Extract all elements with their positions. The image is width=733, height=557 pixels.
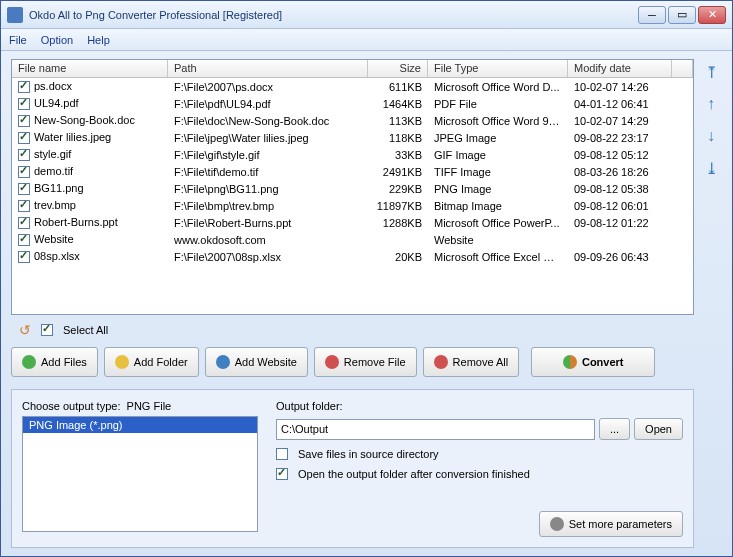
list-item[interactable]: PNG Image (*.png) [23, 417, 257, 433]
cell-filename: Water lilies.jpeg [34, 131, 111, 143]
row-checkbox[interactable] [18, 234, 30, 246]
maximize-button[interactable]: ▭ [668, 6, 696, 24]
cell-filename: trev.bmp [34, 199, 76, 211]
cell-size: 33KB [368, 148, 428, 162]
remove-all-button[interactable]: Remove All [423, 347, 520, 377]
table-row[interactable]: BG11.pngF:\File\png\BG11.png229KBPNG Ima… [12, 180, 693, 197]
cell-filename: 08sp.xlsx [34, 250, 80, 262]
table-row[interactable]: Websitewww.okdosoft.comWebsite [12, 231, 693, 248]
cell-type: Website [428, 233, 568, 247]
table-row[interactable]: New-Song-Book.docF:\File\doc\New-Song-Bo… [12, 112, 693, 129]
output-panel: Choose output type: PNG File PNG Image (… [11, 389, 694, 548]
cell-path: F:\File\pdf\UL94.pdf [168, 97, 368, 111]
row-checkbox[interactable] [18, 115, 30, 127]
cell-filename: New-Song-Book.doc [34, 114, 135, 126]
app-icon [7, 7, 23, 23]
cell-type: JPEG Image [428, 131, 568, 145]
move-left-icon[interactable]: ↺ [15, 321, 35, 339]
app-window: Okdo All to Png Converter Professional [… [0, 0, 733, 557]
cell-filename: BG11.png [34, 182, 84, 194]
close-button[interactable]: ✕ [698, 6, 726, 24]
cell-filename: Robert-Burns.ppt [34, 216, 118, 228]
col-filename[interactable]: File name [12, 60, 168, 77]
plus-icon [22, 355, 36, 369]
reorder-controls: ⤒ ↑ ↓ ⤓ [700, 59, 722, 548]
globe-icon [216, 355, 230, 369]
row-checkbox[interactable] [18, 149, 30, 161]
cell-date: 09-08-12 06:01 [568, 199, 672, 213]
more-parameters-button[interactable]: Set more parameters [539, 511, 683, 537]
convert-button[interactable]: Convert [531, 347, 655, 377]
table-row[interactable]: trev.bmpF:\File\bmp\trev.bmp11897KBBitma… [12, 197, 693, 214]
add-files-button[interactable]: Add Files [11, 347, 98, 377]
table-row[interactable]: 08sp.xlsxF:\File\2007\08sp.xlsx20KBMicro… [12, 248, 693, 265]
cell-type: TIFF Image [428, 165, 568, 179]
cell-date [568, 239, 672, 241]
cell-date: 09-08-12 01:22 [568, 216, 672, 230]
grid-header: File name Path Size File Type Modify dat… [12, 60, 693, 78]
cell-type: GIF Image [428, 148, 568, 162]
cell-path: F:\File\2007\ps.docx [168, 80, 368, 94]
menu-option[interactable]: Option [41, 34, 73, 46]
row-checkbox[interactable] [18, 132, 30, 144]
move-up-icon[interactable]: ↑ [702, 95, 720, 113]
cell-path: F:\File\doc\New-Song-Book.doc [168, 114, 368, 128]
col-modifydate[interactable]: Modify date [568, 60, 672, 77]
col-size[interactable]: Size [368, 60, 428, 77]
table-row[interactable]: style.gifF:\File\gif\style.gif33KBGIF Im… [12, 146, 693, 163]
menubar: File Option Help [1, 29, 732, 51]
cell-date: 09-09-26 06:43 [568, 250, 672, 264]
cell-size [368, 239, 428, 241]
row-checkbox[interactable] [18, 183, 30, 195]
file-grid: File name Path Size File Type Modify dat… [11, 59, 694, 315]
col-path[interactable]: Path [168, 60, 368, 77]
move-bottom-icon[interactable]: ⤓ [702, 159, 720, 177]
titlebar: Okdo All to Png Converter Professional [… [1, 1, 732, 29]
table-row[interactable]: demo.tifF:\File\tif\demo.tif2491KBTIFF I… [12, 163, 693, 180]
table-row[interactable]: UL94.pdfF:\File\pdf\UL94.pdf1464KBPDF Fi… [12, 95, 693, 112]
menu-help[interactable]: Help [87, 34, 110, 46]
cell-type: Microsoft Office Word 97... [428, 114, 568, 128]
cell-path: F:\File\bmp\trev.bmp [168, 199, 368, 213]
convert-icon [563, 355, 577, 369]
cell-date: 08-03-26 18:26 [568, 165, 672, 179]
output-folder-label: Output folder: [276, 400, 683, 412]
move-down-icon[interactable]: ↓ [702, 127, 720, 145]
add-folder-button[interactable]: Add Folder [104, 347, 199, 377]
add-website-button[interactable]: Add Website [205, 347, 308, 377]
remove-file-button[interactable]: Remove File [314, 347, 417, 377]
output-folder-input[interactable] [276, 419, 595, 440]
row-checkbox[interactable] [18, 81, 30, 93]
cell-size: 229KB [368, 182, 428, 196]
row-checkbox[interactable] [18, 98, 30, 110]
row-checkbox[interactable] [18, 217, 30, 229]
menu-file[interactable]: File [9, 34, 27, 46]
save-source-label: Save files in source directory [298, 448, 439, 460]
browse-button[interactable]: ... [599, 418, 630, 440]
col-filetype[interactable]: File Type [428, 60, 568, 77]
choose-output-label: Choose output type: PNG File [22, 400, 258, 412]
row-checkbox[interactable] [18, 200, 30, 212]
move-top-icon[interactable]: ⤒ [702, 63, 720, 81]
table-row[interactable]: ps.docxF:\File\2007\ps.docx611KBMicrosof… [12, 78, 693, 95]
row-checkbox[interactable] [18, 166, 30, 178]
cell-path: F:\File\jpeg\Water lilies.jpeg [168, 131, 368, 145]
col-spacer [672, 60, 693, 77]
folder-icon [115, 355, 129, 369]
open-after-checkbox[interactable] [276, 468, 288, 480]
gear-icon [550, 517, 564, 531]
cell-date: 09-08-12 05:38 [568, 182, 672, 196]
select-all-checkbox[interactable] [41, 324, 53, 336]
row-checkbox[interactable] [18, 251, 30, 263]
cell-size: 118KB [368, 131, 428, 145]
minimize-button[interactable]: ─ [638, 6, 666, 24]
open-folder-button[interactable]: Open [634, 418, 683, 440]
output-type-list[interactable]: PNG Image (*.png) [22, 416, 258, 532]
table-row[interactable]: Water lilies.jpegF:\File\jpeg\Water lili… [12, 129, 693, 146]
save-source-checkbox[interactable] [276, 448, 288, 460]
cell-filename: ps.docx [34, 80, 72, 92]
cell-path: F:\File\png\BG11.png [168, 182, 368, 196]
cell-filename: UL94.pdf [34, 97, 79, 109]
table-row[interactable]: Robert-Burns.pptF:\File\Robert-Burns.ppt… [12, 214, 693, 231]
cell-type: Microsoft Office PowerP... [428, 216, 568, 230]
